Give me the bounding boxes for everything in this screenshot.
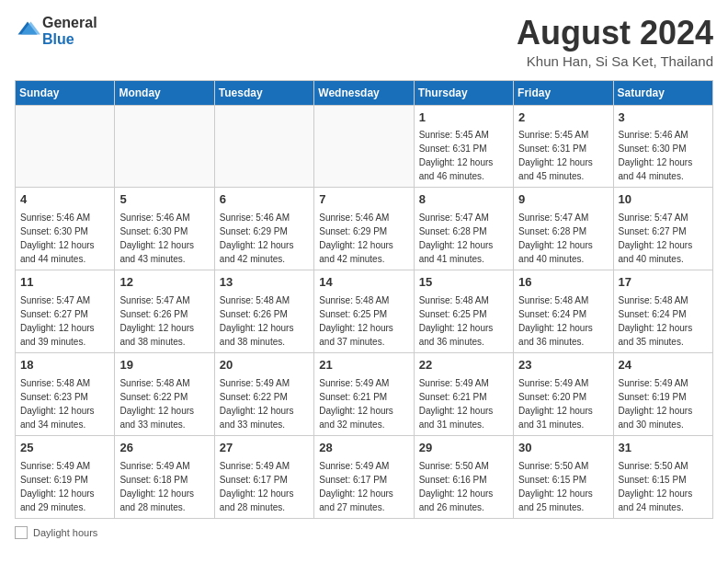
day-info: Sunrise: 5:47 AM Sunset: 6:26 PM Dayligh… bbox=[119, 293, 209, 349]
day-info: Sunrise: 5:46 AM Sunset: 6:29 PM Dayligh… bbox=[220, 211, 309, 266]
calendar-cell: 24Sunrise: 5:49 AM Sunset: 6:19 PM Dayli… bbox=[613, 353, 712, 436]
day-number: 21 bbox=[319, 357, 408, 374]
calendar-week-3: 11Sunrise: 5:47 AM Sunset: 6:27 PM Dayli… bbox=[16, 270, 713, 353]
day-info: Sunrise: 5:46 AM Sunset: 6:30 PM Dayligh… bbox=[20, 211, 109, 266]
calendar-header-row: SundayMondayTuesdayWednesdayThursdayFrid… bbox=[16, 80, 713, 105]
day-info: Sunrise: 5:48 AM Sunset: 6:23 PM Dayligh… bbox=[20, 376, 109, 431]
calendar-cell bbox=[115, 105, 214, 188]
calendar-cell: 11Sunrise: 5:47 AM Sunset: 6:27 PM Dayli… bbox=[16, 270, 115, 353]
page-subtitle: Khun Han, Si Sa Ket, Thailand bbox=[517, 53, 713, 69]
day-number: 4 bbox=[20, 191, 109, 209]
logo-icon bbox=[15, 18, 40, 44]
calendar-cell bbox=[214, 105, 313, 188]
logo-blue: Blue bbox=[42, 31, 97, 48]
logo-general: General bbox=[42, 15, 97, 31]
page-title: August 2024 bbox=[517, 15, 713, 52]
day-number: 19 bbox=[119, 357, 209, 374]
calendar-cell: 12Sunrise: 5:47 AM Sunset: 6:26 PM Dayli… bbox=[115, 270, 214, 353]
day-info: Sunrise: 5:49 AM Sunset: 6:17 PM Dayligh… bbox=[319, 459, 408, 514]
day-number: 17 bbox=[619, 274, 708, 292]
calendar-cell: 1Sunrise: 5:45 AM Sunset: 6:31 PM Daylig… bbox=[414, 105, 513, 188]
calendar-table: SundayMondayTuesdayWednesdayThursdayFrid… bbox=[15, 80, 713, 519]
day-info: Sunrise: 5:46 AM Sunset: 6:30 PM Dayligh… bbox=[619, 128, 708, 183]
day-number: 5 bbox=[119, 191, 209, 209]
calendar-cell: 28Sunrise: 5:49 AM Sunset: 6:17 PM Dayli… bbox=[314, 435, 414, 518]
calendar-cell: 29Sunrise: 5:50 AM Sunset: 6:16 PM Dayli… bbox=[414, 435, 513, 518]
page-header: General Blue August 2024 Khun Han, Si Sa… bbox=[15, 15, 713, 69]
calendar-cell: 20Sunrise: 5:49 AM Sunset: 6:22 PM Dayli… bbox=[214, 353, 313, 436]
day-info: Sunrise: 5:50 AM Sunset: 6:15 PM Dayligh… bbox=[619, 459, 708, 514]
calendar-cell: 14Sunrise: 5:48 AM Sunset: 6:25 PM Dayli… bbox=[314, 270, 414, 353]
day-info: Sunrise: 5:49 AM Sunset: 6:20 PM Dayligh… bbox=[518, 376, 608, 431]
calendar-cell: 6Sunrise: 5:46 AM Sunset: 6:29 PM Daylig… bbox=[214, 188, 313, 270]
calendar-cell: 26Sunrise: 5:49 AM Sunset: 6:18 PM Dayli… bbox=[115, 435, 214, 518]
day-number: 13 bbox=[220, 274, 309, 292]
weekday-header-tuesday: Tuesday bbox=[214, 80, 313, 105]
day-number: 23 bbox=[518, 357, 608, 374]
day-info: Sunrise: 5:50 AM Sunset: 6:16 PM Dayligh… bbox=[419, 459, 508, 514]
calendar-week-4: 18Sunrise: 5:48 AM Sunset: 6:23 PM Dayli… bbox=[16, 353, 713, 436]
day-info: Sunrise: 5:48 AM Sunset: 6:25 PM Dayligh… bbox=[419, 293, 508, 349]
day-info: Sunrise: 5:50 AM Sunset: 6:15 PM Dayligh… bbox=[518, 459, 608, 514]
calendar-cell: 15Sunrise: 5:48 AM Sunset: 6:25 PM Dayli… bbox=[414, 270, 513, 353]
calendar-cell: 2Sunrise: 5:45 AM Sunset: 6:31 PM Daylig… bbox=[514, 105, 613, 188]
calendar-week-1: 1Sunrise: 5:45 AM Sunset: 6:31 PM Daylig… bbox=[16, 105, 713, 188]
day-info: Sunrise: 5:47 AM Sunset: 6:27 PM Dayligh… bbox=[20, 293, 109, 349]
calendar-cell: 18Sunrise: 5:48 AM Sunset: 6:23 PM Dayli… bbox=[16, 353, 115, 436]
day-info: Sunrise: 5:49 AM Sunset: 6:18 PM Dayligh… bbox=[119, 459, 209, 514]
day-info: Sunrise: 5:46 AM Sunset: 6:30 PM Dayligh… bbox=[119, 211, 209, 266]
weekday-header-thursday: Thursday bbox=[414, 80, 513, 105]
calendar-cell: 10Sunrise: 5:47 AM Sunset: 6:27 PM Dayli… bbox=[613, 188, 712, 270]
day-info: Sunrise: 5:46 AM Sunset: 6:29 PM Dayligh… bbox=[319, 211, 408, 266]
day-number: 25 bbox=[20, 440, 109, 457]
calendar-cell: 27Sunrise: 5:49 AM Sunset: 6:17 PM Dayli… bbox=[214, 435, 313, 518]
day-info: Sunrise: 5:48 AM Sunset: 6:24 PM Dayligh… bbox=[619, 293, 708, 349]
day-number: 29 bbox=[419, 440, 508, 457]
day-info: Sunrise: 5:49 AM Sunset: 6:19 PM Dayligh… bbox=[20, 459, 109, 514]
weekday-header-monday: Monday bbox=[115, 80, 214, 105]
logo: General Blue bbox=[15, 15, 97, 47]
day-number: 6 bbox=[220, 191, 309, 209]
calendar-cell: 23Sunrise: 5:49 AM Sunset: 6:20 PM Dayli… bbox=[514, 353, 613, 436]
day-info: Sunrise: 5:48 AM Sunset: 6:25 PM Dayligh… bbox=[319, 293, 408, 349]
day-info: Sunrise: 5:49 AM Sunset: 6:19 PM Dayligh… bbox=[619, 376, 708, 431]
day-info: Sunrise: 5:49 AM Sunset: 6:17 PM Dayligh… bbox=[220, 459, 309, 514]
day-number: 28 bbox=[319, 440, 408, 457]
day-number: 15 bbox=[419, 274, 508, 292]
weekday-header-wednesday: Wednesday bbox=[314, 80, 414, 105]
calendar-cell: 16Sunrise: 5:48 AM Sunset: 6:24 PM Dayli… bbox=[514, 270, 613, 353]
day-number: 14 bbox=[319, 274, 408, 292]
day-number: 22 bbox=[419, 357, 508, 374]
day-number: 3 bbox=[619, 109, 708, 127]
day-info: Sunrise: 5:45 AM Sunset: 6:31 PM Dayligh… bbox=[419, 128, 508, 183]
title-section: August 2024 Khun Han, Si Sa Ket, Thailan… bbox=[517, 15, 713, 69]
day-info: Sunrise: 5:47 AM Sunset: 6:27 PM Dayligh… bbox=[619, 211, 708, 266]
calendar-cell: 19Sunrise: 5:48 AM Sunset: 6:22 PM Dayli… bbox=[115, 353, 214, 436]
day-number: 8 bbox=[419, 191, 508, 209]
weekday-header-friday: Friday bbox=[514, 80, 613, 105]
day-number: 31 bbox=[619, 440, 708, 457]
day-number: 27 bbox=[220, 440, 309, 457]
day-number: 7 bbox=[319, 191, 408, 209]
day-info: Sunrise: 5:45 AM Sunset: 6:31 PM Dayligh… bbox=[518, 128, 608, 183]
day-number: 9 bbox=[518, 191, 608, 209]
calendar-cell: 5Sunrise: 5:46 AM Sunset: 6:30 PM Daylig… bbox=[115, 188, 214, 270]
day-info: Sunrise: 5:47 AM Sunset: 6:28 PM Dayligh… bbox=[518, 211, 608, 266]
calendar-cell: 9Sunrise: 5:47 AM Sunset: 6:28 PM Daylig… bbox=[514, 188, 613, 270]
calendar-cell: 8Sunrise: 5:47 AM Sunset: 6:28 PM Daylig… bbox=[414, 188, 513, 270]
legend-box bbox=[15, 526, 28, 539]
day-info: Sunrise: 5:49 AM Sunset: 6:21 PM Dayligh… bbox=[419, 376, 508, 431]
day-info: Sunrise: 5:49 AM Sunset: 6:21 PM Dayligh… bbox=[319, 376, 408, 431]
calendar-cell: 3Sunrise: 5:46 AM Sunset: 6:30 PM Daylig… bbox=[613, 105, 712, 188]
day-info: Sunrise: 5:48 AM Sunset: 6:24 PM Dayligh… bbox=[518, 293, 608, 349]
day-number: 11 bbox=[20, 274, 109, 292]
weekday-header-sunday: Sunday bbox=[16, 80, 115, 105]
calendar-cell bbox=[314, 105, 414, 188]
day-number: 12 bbox=[119, 274, 209, 292]
day-number: 26 bbox=[119, 440, 209, 457]
calendar-cell: 7Sunrise: 5:46 AM Sunset: 6:29 PM Daylig… bbox=[314, 188, 414, 270]
day-info: Sunrise: 5:49 AM Sunset: 6:22 PM Dayligh… bbox=[220, 376, 309, 431]
calendar-cell: 22Sunrise: 5:49 AM Sunset: 6:21 PM Dayli… bbox=[414, 353, 513, 436]
day-number: 1 bbox=[419, 109, 508, 127]
calendar-cell: 4Sunrise: 5:46 AM Sunset: 6:30 PM Daylig… bbox=[16, 188, 115, 270]
